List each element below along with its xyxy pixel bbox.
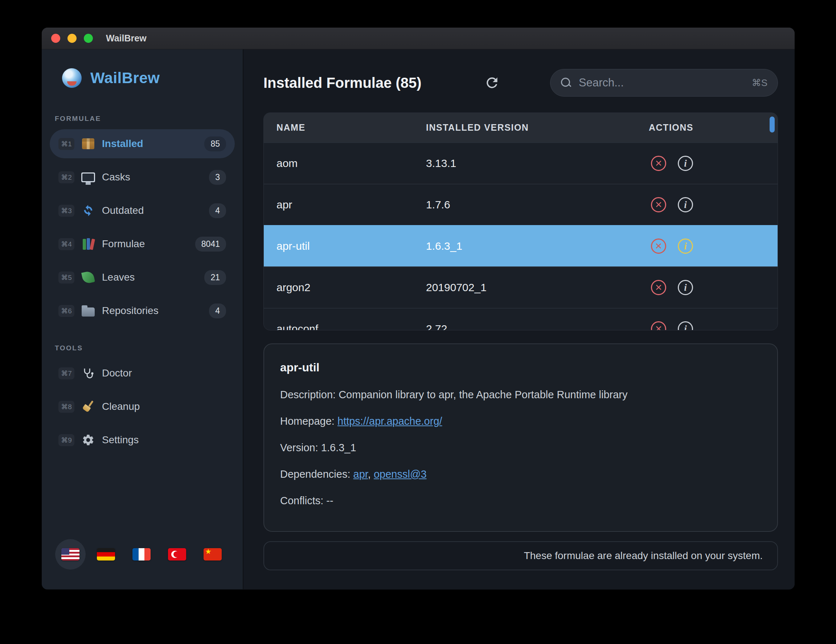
books-icon xyxy=(81,238,95,250)
close-button[interactable] xyxy=(51,34,60,43)
info-icon[interactable]: i xyxy=(678,156,693,171)
table-row[interactable]: autoconf 2.72 × i xyxy=(264,308,777,330)
info-icon[interactable]: i xyxy=(678,280,693,295)
homepage-link[interactable]: https://apr.apache.org/ xyxy=(338,415,442,427)
count-badge: 85 xyxy=(204,137,226,151)
scrollbar-thumb[interactable] xyxy=(770,116,775,132)
formula-name: autoconf xyxy=(276,323,426,330)
table-row[interactable]: apr 1.7.6 × i xyxy=(264,184,777,225)
detail-dependencies: Dependencies: apr, openssl@3 xyxy=(280,468,761,480)
count-badge: 21 xyxy=(204,270,226,285)
chinese-flag[interactable]: ★ xyxy=(204,548,222,561)
search-input[interactable] xyxy=(579,76,745,89)
detail-conflicts: Conflicts: -- xyxy=(280,495,761,507)
sidebar-item-label: Outdated xyxy=(102,205,144,216)
sidebar-item-outdated[interactable]: ⌘3 Outdated 4 xyxy=(50,196,235,225)
monitor-icon xyxy=(81,172,95,182)
info-icon[interactable]: i xyxy=(678,239,693,254)
count-badge: 4 xyxy=(209,304,226,319)
search-box[interactable]: ⌘S xyxy=(550,69,778,96)
formula-version: 1.7.6 xyxy=(426,199,649,211)
refresh-button[interactable] xyxy=(483,74,501,92)
sidebar-item-label: Doctor xyxy=(102,368,132,379)
language-switcher: ★ xyxy=(42,539,243,589)
section-label-tools: TOOLS xyxy=(42,344,243,352)
shortcut-badge: ⌘4 xyxy=(59,238,74,250)
folder-icon xyxy=(81,305,95,317)
formulae-nav: ⌘1 Installed 85 ⌘2 Casks 3 ⌘3 xyxy=(42,129,243,330)
sidebar-item-label: Casks xyxy=(102,172,130,183)
count-badge: 4 xyxy=(209,203,226,218)
shortcut-badge: ⌘7 xyxy=(59,368,74,379)
titlebar: WailBrew xyxy=(42,28,795,49)
sidebar-item-formulae[interactable]: ⌘4 Formulae 8041 xyxy=(50,229,235,258)
gear-icon xyxy=(81,433,95,446)
package-icon xyxy=(81,138,95,149)
uninstall-icon[interactable]: × xyxy=(651,280,666,295)
table-row[interactable]: aom 3.13.1 × i xyxy=(264,142,777,184)
count-badge: 8041 xyxy=(195,237,226,252)
sidebar-item-casks[interactable]: ⌘2 Casks 3 xyxy=(50,163,235,192)
formula-name: apr-util xyxy=(276,240,426,252)
search-shortcut-hint: ⌘S xyxy=(752,77,767,88)
status-message: These formulae are already installed on … xyxy=(524,550,763,562)
french-flag[interactable] xyxy=(132,548,150,561)
formula-detail-panel: apr-util Description: Companion library … xyxy=(263,343,778,532)
desktop-background: WailBrew WailBrew FORMULAE ⌘1 Installed … xyxy=(0,0,836,644)
count-badge: 3 xyxy=(209,170,226,185)
section-label-formulae: FORMULAE xyxy=(42,115,243,123)
selected-language-ring xyxy=(55,539,86,570)
leaf-icon xyxy=(81,271,95,283)
english-us-flag[interactable] xyxy=(61,548,80,561)
minimize-button[interactable] xyxy=(67,34,77,43)
sidebar-item-settings[interactable]: ⌘9 Settings xyxy=(50,425,235,454)
sidebar-item-leaves[interactable]: ⌘5 Leaves 21 xyxy=(50,263,235,292)
broom-icon xyxy=(81,400,95,413)
detail-homepage: Homepage: https://apr.apache.org/ xyxy=(280,415,761,427)
sidebar-item-label: Cleanup xyxy=(102,401,140,412)
sidebar: WailBrew FORMULAE ⌘1 Installed 85 ⌘2 Cas… xyxy=(42,49,243,589)
search-icon xyxy=(561,77,571,88)
shortcut-badge: ⌘2 xyxy=(59,172,74,183)
detail-version: Version: 1.6.3_1 xyxy=(280,442,761,454)
shortcut-badge: ⌘6 xyxy=(59,305,74,317)
stethoscope-icon xyxy=(81,367,95,379)
tools-nav: ⌘7 Doctor ⌘8 Cleanup ⌘9 xyxy=(42,359,243,459)
brand: WailBrew xyxy=(42,65,243,91)
sidebar-item-label: Leaves xyxy=(102,271,135,283)
sidebar-item-repositories[interactable]: ⌘6 Repositories 4 xyxy=(50,296,235,325)
shortcut-badge: ⌘3 xyxy=(59,205,74,217)
main-content: Installed Formulae (85) ⌘S NAME INSTALLE… xyxy=(243,49,795,589)
uninstall-icon[interactable]: × xyxy=(651,321,666,330)
sidebar-item-installed[interactable]: ⌘1 Installed 85 xyxy=(50,129,235,158)
zoom-button[interactable] xyxy=(84,34,93,43)
formula-version: 3.13.1 xyxy=(426,157,649,170)
sidebar-item-doctor[interactable]: ⌘7 Doctor xyxy=(50,359,235,388)
uninstall-icon[interactable]: × xyxy=(651,197,666,212)
refresh-cycle-icon xyxy=(81,204,95,217)
formula-version: 2.72 xyxy=(426,323,649,330)
info-icon[interactable]: i xyxy=(678,321,693,330)
dependency-link-openssl[interactable]: openssl@3 xyxy=(374,468,427,480)
sidebar-item-label: Settings xyxy=(102,434,139,446)
german-flag[interactable] xyxy=(97,548,115,561)
formula-version: 1.6.3_1 xyxy=(426,240,649,252)
table-row[interactable]: argon2 20190702_1 × i xyxy=(264,266,777,308)
table-header: NAME INSTALLED VERSION ACTIONS xyxy=(264,113,777,142)
formula-version: 20190702_1 xyxy=(426,281,649,294)
sidebar-item-label: Repositories xyxy=(102,305,158,317)
column-version: INSTALLED VERSION xyxy=(426,123,649,133)
uninstall-icon[interactable]: × xyxy=(651,156,666,171)
shortcut-badge: ⌘9 xyxy=(59,434,74,446)
turkish-flag[interactable] xyxy=(168,548,186,561)
detail-title: apr-util xyxy=(280,361,761,374)
table-row-selected[interactable]: apr-util 1.6.3_1 × i xyxy=(264,225,777,266)
column-actions: ACTIONS xyxy=(649,123,777,133)
shortcut-badge: ⌘5 xyxy=(59,271,74,283)
sidebar-item-cleanup[interactable]: ⌘8 Cleanup xyxy=(50,392,235,421)
uninstall-icon[interactable]: × xyxy=(651,239,666,254)
formula-name: argon2 xyxy=(276,281,426,294)
dependency-link-apr[interactable]: apr xyxy=(353,468,368,480)
wailbrew-logo-icon xyxy=(62,68,82,88)
info-icon[interactable]: i xyxy=(678,197,693,212)
